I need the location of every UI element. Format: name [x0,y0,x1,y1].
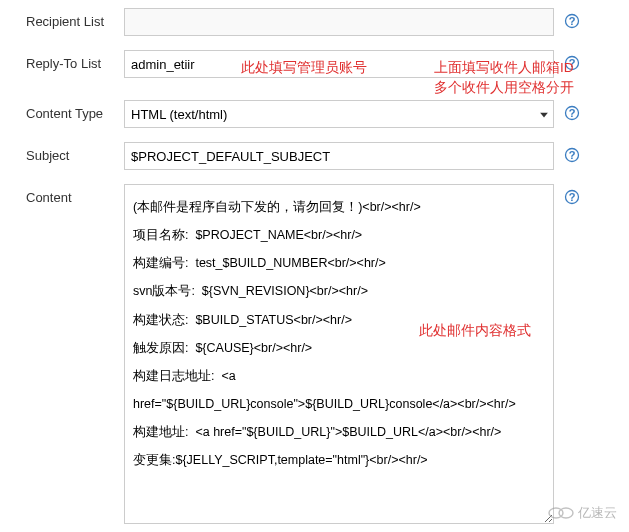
wrap-replyto: ? [124,50,623,78]
help-icon[interactable]: ? [564,105,580,121]
svg-text:?: ? [569,15,576,27]
svg-text:?: ? [569,57,576,69]
svg-text:?: ? [569,107,576,119]
wrap-subject: ? [124,142,623,170]
wrap-recipient: ? [124,8,623,36]
row-recipient-list: Recipient List ? [6,8,623,36]
content-type-select-wrap [124,100,554,128]
label-content-type: Content Type [6,100,124,121]
annotation-multiple-recipients: 多个收件人用空格分开 [434,79,574,97]
wrap-content: ? [124,184,623,524]
row-content: Content ? [6,184,623,524]
help-icon[interactable]: ? [564,147,580,163]
watermark: 亿速云 [548,504,617,522]
watermark-text: 亿速云 [578,504,617,522]
row-content-type: Content Type ? [6,100,623,128]
subject-input[interactable] [124,142,554,170]
help-icon[interactable]: ? [564,189,580,205]
replyto-list-input[interactable] [124,50,554,78]
content-type-select[interactable] [124,100,554,128]
content-textarea[interactable] [124,184,554,524]
label-recipient-list: Recipient List [6,8,124,29]
svg-text:?: ? [569,149,576,161]
wrap-content-type: ? [124,100,623,128]
help-icon[interactable]: ? [564,13,580,29]
recipient-list-input[interactable] [124,8,554,36]
svg-point-11 [559,508,573,518]
label-subject: Subject [6,142,124,163]
watermark-logo-icon [548,505,574,521]
row-replyto-list: Reply-To List ? [6,50,623,78]
svg-text:?: ? [569,191,576,203]
row-subject: Subject ? [6,142,623,170]
help-icon[interactable]: ? [564,55,580,71]
email-config-form: Recipient List ? Reply-To List ? Content… [6,8,623,524]
label-replyto-list: Reply-To List [6,50,124,71]
label-content: Content [6,184,124,205]
